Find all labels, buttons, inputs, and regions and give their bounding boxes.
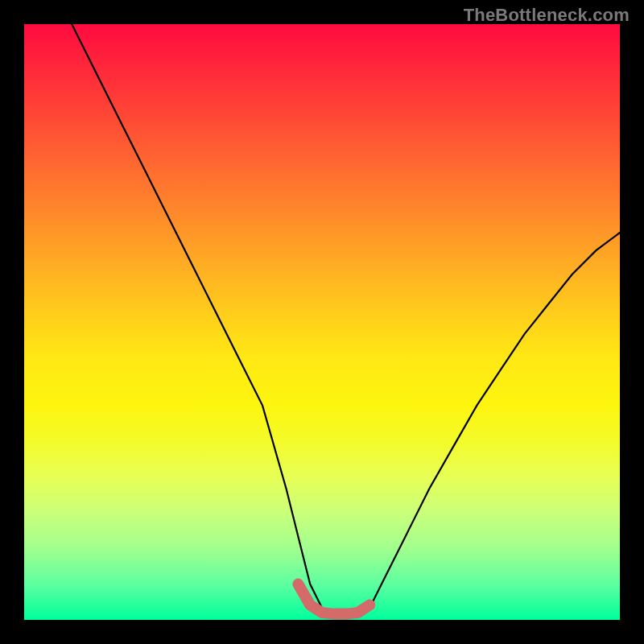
bottleneck-curve-svg bbox=[24, 24, 620, 620]
bottleneck-curve bbox=[72, 24, 620, 614]
watermark-text: TheBottleneck.com bbox=[464, 5, 630, 26]
highlight-segment bbox=[298, 584, 369, 614]
chart-frame: TheBottleneck.com bbox=[0, 0, 644, 644]
plot-area bbox=[24, 24, 620, 620]
